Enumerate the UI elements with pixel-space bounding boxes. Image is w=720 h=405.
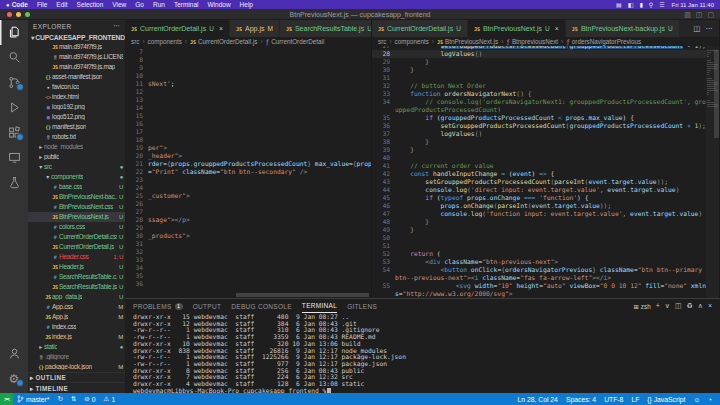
code-editor-right[interactable]: 27 setGrouppedProductsProcessedCount(gro…: [372, 46, 719, 298]
editor-action-icon-0[interactable]: ◫: [693, 24, 700, 33]
editor-tab-SearchResultsTable.js[interactable]: JSSearchResultsTable.jsU: [280, 20, 371, 37]
file-tree-item[interactable]: ★favicon.ico: [28, 82, 125, 92]
panel-tab-gitlens[interactable]: GITLENS: [347, 299, 377, 313]
panel-action-icon-4[interactable]: ∧: [698, 302, 703, 310]
workspace-root-folder[interactable]: ▾ CUPCAKESAPP_FRONTEND: [28, 32, 125, 42]
cursor-position-status-item[interactable]: Ln 28, Col 24: [513, 393, 561, 405]
file-tree-item[interactable]: {}package-lock.jsonM: [28, 362, 125, 372]
close-icon[interactable]: ×: [555, 25, 559, 32]
remote-explorer-icon[interactable]: [0, 145, 28, 170]
file-tree-item[interactable]: #Header.css1, U: [28, 252, 125, 262]
editor-tab-CurrentOrderDetail.js[interactable]: JSCurrentOrderDetail.jsU×: [125, 20, 230, 37]
file-tree-item[interactable]: JSapp_data.jsU: [28, 292, 125, 302]
panel-action-icon-5[interactable]: ×: [708, 302, 712, 310]
terminal-shell-picker[interactable]: ⊞ zsh: [634, 303, 651, 310]
close-icon[interactable]: ×: [219, 25, 223, 32]
sync-status-item[interactable]: ↻: [53, 393, 66, 405]
settings-icon[interactable]: ⚙: [0, 366, 28, 391]
file-tree-item[interactable]: #index.css: [28, 322, 125, 332]
file-tree-item[interactable]: JSSearchResultsTable.jsU: [28, 282, 125, 292]
file-tree-item[interactable]: #colors.cssU: [28, 222, 125, 232]
menu-item-selection[interactable]: Selection: [77, 1, 104, 8]
accounts-icon[interactable]: [0, 341, 28, 366]
vertical-scrollbar[interactable]: [714, 50, 719, 138]
file-tree-item[interactable]: #SearchResultsTable.c...U: [28, 272, 125, 282]
file-tree-item[interactable]: JSApp.jsM: [28, 312, 125, 322]
breadcrumb-item[interactable]: ƒBtnpreviousNext: [506, 38, 558, 45]
publish-status-item[interactable]: ⇅: [67, 393, 80, 405]
layout-toggle-icon-1[interactable]: ◫: [696, 11, 703, 19]
menu-item-view[interactable]: View: [112, 1, 126, 8]
editor-tab-App.js[interactable]: JSApp.jsM: [230, 20, 280, 37]
panel-action-icon-0[interactable]: +: [656, 302, 660, 310]
indentation-status-item[interactable]: Spaces: 4: [562, 393, 600, 405]
warnings-status-item[interactable]: ⚠1: [100, 393, 120, 405]
menu-status-icon-2[interactable]: ▮: [639, 1, 642, 8]
menu-item-file[interactable]: File: [37, 1, 47, 8]
menu-status-icon-3[interactable]: ⚲: [649, 1, 653, 8]
menu-item-window[interactable]: Window: [207, 1, 230, 8]
menu-item-help[interactable]: Help: [240, 1, 253, 8]
file-tree-item[interactable]: ▾components●: [28, 172, 125, 182]
menu-item-edit[interactable]: Edit: [56, 1, 67, 8]
file-tree-item[interactable]: JSindex.jsM: [28, 332, 125, 342]
breadcrumb-item[interactable]: src: [131, 38, 139, 45]
breadcrumb-item[interactable]: src: [378, 38, 386, 45]
layout-toggle-icon-2[interactable]: ▢: [707, 11, 714, 19]
errors-status-item[interactable]: ⊘0: [80, 393, 99, 405]
language-mode-status-item[interactable]: {}JavaScript: [643, 393, 689, 405]
feedback-status-item[interactable]: ☺: [689, 393, 704, 405]
apple-menu-icon[interactable]: ●: [6, 2, 10, 8]
source-control-icon[interactable]: [0, 70, 28, 95]
breadcrumb-item[interactable]: ƒordersNavigatorPrevious: [566, 38, 641, 45]
panel-tab-debug-console[interactable]: DEBUG CONSOLE: [231, 299, 292, 313]
breadcrumb-item[interactable]: JSBtnPreviousNext.js: [437, 38, 498, 45]
file-tree-item[interactable]: #base.cssU: [28, 182, 125, 192]
file-tree-item[interactable]: JSmain.d974f7f9.js: [28, 42, 125, 52]
remote-indicator-status-item[interactable]: ><: [0, 393, 13, 405]
breadcrumb-item[interactable]: JSCurrentOrderDetail.js: [190, 38, 258, 45]
encoding-status-item[interactable]: UTF-8: [600, 393, 627, 405]
code-editor-left[interactable]: 7 8 9 10 11sNext';12 13 14 15 16 17 18 1…: [125, 46, 371, 298]
outline-section[interactable]: ▸ OUTLINE: [28, 372, 125, 383]
extensions-icon[interactable]: [0, 120, 28, 145]
file-tree-item[interactable]: JSCurrentOrderDetail.jsU: [28, 242, 125, 252]
file-tree-item[interactable]: {}asset-manifest.json: [28, 72, 125, 82]
file-tree-item[interactable]: JSBtnPreviousNext.jsU: [28, 212, 125, 222]
panel-tab-output[interactable]: OUTPUT: [193, 299, 222, 313]
timeline-section[interactable]: ▸ TIMELINE: [28, 382, 125, 393]
git-branch-status-item[interactable]: master*: [13, 393, 53, 405]
file-tree-item[interactable]: JSBtnPreviousNext-bac...U: [28, 192, 125, 202]
panel-action-icon-3[interactable]: ♻: [687, 302, 693, 310]
panel-tab-problems[interactable]: PROBLEMS1: [133, 299, 183, 313]
explorer-icon[interactable]: [0, 20, 28, 45]
menu-item-go[interactable]: Go: [135, 1, 144, 8]
run-debug-icon[interactable]: [0, 95, 28, 120]
layout-toggle-icon-0[interactable]: ▥: [684, 11, 691, 19]
file-tree-item[interactable]: ≣robots.txt: [28, 132, 125, 142]
file-tree-item[interactable]: ▾src●: [28, 162, 125, 172]
menu-status-icon-1[interactable]: ◧: [628, 1, 634, 8]
search-icon[interactable]: [0, 45, 28, 70]
breadcrumb-item[interactable]: components: [148, 38, 182, 45]
editor-tab-CurrentOrderDetail.js[interactable]: JSCurrentOrderDetail.jsU: [372, 20, 468, 37]
file-tree-item[interactable]: ▸node_modules: [28, 142, 125, 152]
file-tree-item[interactable]: ▸public: [28, 152, 125, 162]
panel-action-icon-2[interactable]: ◫: [675, 302, 682, 310]
file-tree-item[interactable]: JSmain.d974f7f9.js.map: [28, 62, 125, 72]
breadcrumb-item[interactable]: ƒCurrentOrderDetail: [266, 38, 325, 45]
testing-icon[interactable]: [0, 170, 28, 195]
eol-status-item[interactable]: LF: [627, 393, 643, 405]
file-tree-item[interactable]: ▦logo192.png: [28, 102, 125, 112]
menu-status-icon-4[interactable]: ☰: [659, 1, 664, 8]
explorer-more-actions-icon[interactable]: ⋯: [113, 22, 120, 30]
file-tree-item[interactable]: ≣.gitignore: [28, 352, 125, 362]
file-tree-item[interactable]: {}manifest.json: [28, 122, 125, 132]
file-tree-item[interactable]: #App.cssM: [28, 302, 125, 312]
menu-item-terminal[interactable]: Terminal: [174, 1, 199, 8]
menu-item-code[interactable]: Code: [12, 1, 28, 8]
menu-item-run[interactable]: Run: [153, 1, 165, 8]
notifications-status-item[interactable]: ◔: [704, 393, 716, 405]
panel-action-icon-1[interactable]: ∨: [665, 302, 670, 310]
file-tree-item[interactable]: ▸static●: [28, 342, 125, 352]
